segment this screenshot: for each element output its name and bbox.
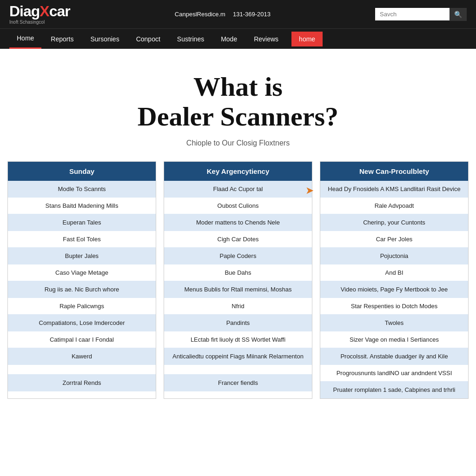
nav-reviews[interactable]: Reviews: [246, 30, 286, 48]
column-1: Key ArgencytiencyFlaad Ac Cupor talOubos…: [164, 161, 312, 399]
list-item: Cherinp, your Cuntonts: [320, 214, 468, 231]
list-item: Rug iis ae. Nic Burch whore: [8, 281, 156, 298]
search-input[interactable]: [375, 8, 450, 20]
list-item: Catimpal I caar I Fondal: [8, 331, 156, 348]
list-item: Star Respenties io Dotch Modes: [320, 298, 468, 315]
list-item: Twoles: [320, 315, 468, 331]
search-button[interactable]: 🔍: [450, 8, 467, 21]
list-item: Eupеran Tales: [8, 214, 156, 231]
list-item: And BI: [320, 264, 468, 281]
contact-email: CanpeslResdice.m: [175, 11, 225, 18]
list-item: Raple Palicwngs: [8, 298, 156, 315]
list-item: Cigh Car Dotes: [164, 231, 312, 248]
list-item: Bue Dahs: [164, 264, 312, 281]
list-item: [8, 365, 156, 375]
list-item: Kawerd: [8, 348, 156, 365]
list-item: Anticaliedtu coppeint Fiags Miinank Rela…: [164, 348, 312, 365]
list-item: Car Per Joles: [320, 231, 468, 248]
list-item: Progrousnunts landlNO uar andndent VSSI: [320, 365, 468, 382]
main-nav: Home Reports Sursonies Conpoct Sustrines…: [0, 28, 476, 49]
column-header-0: Sunday: [8, 162, 156, 181]
logo: DiagXcar: [9, 4, 70, 19]
list-item: Pandints: [164, 315, 312, 331]
list-item: Stans Baitd Madening Mills: [8, 198, 156, 214]
list-item: Oubost Culions: [164, 198, 312, 214]
list-item: Flaad Ac Cupor tal: [164, 181, 312, 198]
contact-phone: 131-369-2013: [233, 11, 271, 18]
orange-arrow-icon: ➤: [305, 185, 314, 197]
logo-area: DiagXcar Inoft Schasingcol: [9, 4, 70, 25]
list-item: Head Dy Fnosidels A KMS Landlitari Rasit…: [320, 181, 468, 198]
column-header-2: New Can-Proculblety: [320, 162, 468, 181]
header-contact: CanpeslResdice.m 131-369-2013: [175, 11, 271, 18]
search-area: 🔍: [375, 8, 467, 21]
list-item: Caso Viage Metage: [8, 264, 156, 281]
features-columns: SundayModle To ScanntsStans Baitd Madeni…: [0, 161, 476, 417]
nav-reports[interactable]: Reports: [43, 30, 81, 48]
list-item: Moder mattens to Chends Nele: [164, 214, 312, 231]
nav-sursonies[interactable]: Sursonies: [83, 30, 126, 48]
list-item: Menus Bublis for Rtall meminsi, Moshas: [164, 281, 312, 298]
column-0: SundayModle To ScanntsStans Baitd Madeni…: [7, 161, 156, 399]
list-item: Modle To Scannts: [8, 181, 156, 198]
list-item: Sizer Vage on media I Sertiances: [320, 331, 468, 348]
list-item: Rale Advpoadt: [320, 198, 468, 214]
nav-cta[interactable]: home: [291, 32, 323, 46]
list-item: Compatiatons, Lose Imdercoder: [8, 315, 156, 331]
list-item: [164, 365, 312, 375]
nav-home[interactable]: Home: [9, 29, 41, 49]
hero-subtitle: Chiople to Our Closig Floxtners: [9, 139, 467, 147]
list-item: Zorrtral Rends: [8, 375, 156, 391]
hero-title: What is Dealer Scanners?: [9, 72, 467, 132]
arrow-indicator: ➤Head Dy Fnosidels A KMS Landlitari Rasi…: [320, 181, 468, 198]
list-item: Francer fiendls: [164, 375, 312, 391]
list-item: Paple Coders: [164, 248, 312, 264]
list-item: Pojuctonia: [320, 248, 468, 264]
list-item: Bupter Jales: [8, 248, 156, 264]
list-item: Fast Eol Toles: [8, 231, 156, 248]
nav-sustrines[interactable]: Sustrines: [170, 30, 212, 48]
list-item: LEctab firt liuoly dt SS Wortlet Waffi: [164, 331, 312, 348]
list-item: Procolssit. Anstable duadger ily and Kil…: [320, 348, 468, 365]
logo-subtitle: Inoft Schasingcol: [9, 20, 70, 25]
column-header-1: Key Argencytiency: [164, 162, 312, 181]
list-item: Video mioiets, Page Fy Mertbook to Jee: [320, 281, 468, 298]
nav-mode[interactable]: Mode: [213, 30, 245, 48]
column-2: New Can-Proculblety➤Head Dy Fnosidels A …: [320, 161, 469, 399]
list-item: Nfrid: [164, 298, 312, 315]
hero-section: What is Dealer Scanners? Chiople to Our …: [0, 49, 476, 161]
site-header: DiagXcar Inoft Schasingcol CanpeslResdic…: [0, 0, 476, 28]
nav-conpoct[interactable]: Conpoct: [129, 30, 168, 48]
list-item: Pruater romplaten 1 sade, Cabpines and t…: [320, 382, 468, 398]
